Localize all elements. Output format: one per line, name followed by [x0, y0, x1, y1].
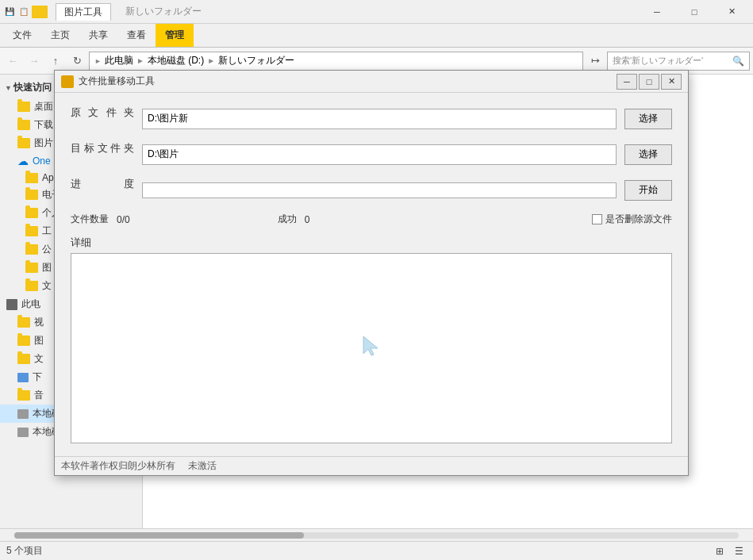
forward-button[interactable]: → — [25, 52, 44, 71]
dest-label: 目标文件夹 — [71, 141, 134, 167]
drive-icon-d — [17, 409, 29, 419]
dialog-close-btn[interactable]: ✕ — [661, 74, 682, 90]
dialog-title-text: 文件批量移动工具 — [79, 75, 617, 88]
save-icon: 📋 — [17, 6, 30, 18]
info-row: 文件数量 0/0 成功 0 是否删除源文件 — [71, 213, 672, 226]
sep1: ► — [136, 56, 144, 65]
title-bar-controls: ─ □ ✕ — [639, 0, 750, 24]
success-value: 0 — [305, 214, 310, 225]
folder-icon-pic3 — [17, 336, 30, 346]
footer-status: 未激活 — [188, 459, 217, 473]
folder-icon-tools — [25, 226, 38, 236]
drive-icon-dl — [17, 373, 29, 382]
source-input[interactable] — [142, 109, 617, 129]
folder-icon-personal — [25, 208, 38, 218]
title-bar: 💾 📋 图片工具 新しいフォルダー ─ □ ✕ — [0, 0, 753, 24]
folder-icon-music — [17, 390, 30, 401]
dialog-footer: 本软件著作权归朗少林所有 未激活 — [55, 456, 688, 475]
path-folder[interactable]: 新しいフォルダー — [218, 54, 294, 67]
status-count: 5 个项目 — [6, 544, 43, 558]
path-disk[interactable]: 本地磁盘 (D:) — [148, 54, 204, 67]
scroll-track[interactable] — [14, 532, 739, 539]
tab-image-tools[interactable]: 图片工具 — [56, 3, 111, 21]
view-buttons: ⊞ ☰ — [712, 543, 747, 559]
tab-file[interactable]: 文件 — [3, 24, 41, 47]
start-button[interactable]: 开始 — [624, 180, 672, 201]
folder-icon-desktop1 — [17, 102, 30, 112]
path-pc[interactable]: 此电脑 — [105, 54, 133, 67]
minimize-button[interactable]: ─ — [639, 0, 675, 24]
dialog-minimize-btn[interactable]: ─ — [617, 74, 637, 90]
folder-icon-app — [25, 173, 38, 183]
refresh-button[interactable]: ↻ — [67, 52, 86, 71]
footer-copyright: 本软件著作权归朗少林所有 — [61, 459, 175, 473]
details-label: 详细 — [71, 236, 672, 250]
search-box[interactable]: 搜索'新しいフォルダー' 🔍 — [607, 52, 750, 71]
dest-input[interactable] — [142, 144, 617, 165]
folder-icon — [32, 6, 48, 18]
tab-folder-name: 新しいフォルダー — [117, 3, 209, 20]
quick-access-arrow: ▼ — [5, 84, 12, 92]
delete-source-checkbox-label[interactable]: 是否删除源文件 — [592, 213, 672, 226]
dialog-maximize-btn[interactable]: □ — [639, 74, 659, 90]
scroll-thumb — [14, 532, 304, 539]
maximize-button[interactable]: □ — [676, 0, 713, 24]
tab-view[interactable]: 查看 — [117, 24, 156, 47]
folder-icon-video — [17, 317, 30, 328]
folder-icon-electronic — [25, 190, 38, 200]
address-path[interactable]: ► 此电脑 ► 本地磁盘 (D:) ► 新しいフォルダー — [89, 52, 583, 71]
dialog-title-icon — [61, 75, 74, 88]
window-icon: 💾 — [3, 6, 16, 18]
dest-select-button[interactable]: 选择 — [624, 144, 672, 165]
success-label: 成功 — [278, 213, 297, 226]
dialog-ctrl-btns: ─ □ ✕ — [617, 74, 682, 90]
title-bar-icons: 💾 📋 — [3, 6, 51, 18]
dialog-body: 原文件夹 选择 目标文件夹 选择 进度 开始 文件数量 0/0 — [55, 93, 688, 456]
pc-icon — [6, 299, 17, 310]
close-button[interactable]: ✕ — [713, 0, 750, 24]
folder-icon-company — [25, 244, 38, 255]
progress-row: 进度 开始 — [71, 177, 672, 203]
progress-track — [142, 182, 617, 198]
file-count-label: 文件数量 — [71, 213, 109, 226]
search-icon[interactable]: 🔍 — [732, 56, 744, 67]
dialog-file-move-tool[interactable]: 文件批量移动工具 ─ □ ✕ 原文件夹 选择 目标文件夹 选择 — [54, 70, 689, 476]
tab-manage[interactable]: 管理 — [156, 24, 194, 47]
cursor-icon — [360, 335, 382, 362]
source-select-button[interactable]: 选择 — [624, 109, 672, 129]
source-label: 原文件夹 — [71, 105, 134, 132]
path-arrow-1: ► — [94, 57, 102, 65]
status-bar: 5 个项目 ⊞ ☰ — [0, 541, 753, 560]
up-button[interactable]: ↑ — [46, 52, 65, 71]
back-button[interactable]: ← — [3, 52, 22, 71]
source-folder-row: 原文件夹 选择 — [71, 105, 672, 132]
svg-marker-0 — [363, 336, 378, 355]
folder-icon-file1 — [25, 281, 38, 291]
file-count-value: 0/0 — [117, 214, 130, 225]
delete-source-label: 是否删除源文件 — [605, 213, 672, 226]
progress-label: 进度 — [71, 177, 134, 203]
view-detail-btn[interactable]: ☰ — [731, 543, 747, 559]
dest-folder-row: 目标文件夹 选择 — [71, 141, 672, 167]
folder-icon-file2 — [17, 354, 30, 364]
folder-icon-pictures1 — [17, 138, 30, 148]
delete-source-checkbox[interactable] — [592, 214, 602, 224]
sep2: ► — [207, 56, 215, 65]
tab-home[interactable]: 主页 — [41, 24, 79, 47]
bottom-scrollbar[interactable] — [0, 528, 753, 541]
view-list-btn[interactable]: ⊞ — [712, 543, 728, 559]
drive-icon-e — [17, 428, 29, 437]
location-btn[interactable]: ↦ — [586, 52, 605, 71]
folder-icon-pic2 — [25, 263, 38, 273]
ribbon: 文件 主页 共享 查看 管理 — [0, 24, 753, 48]
tab-share[interactable]: 共享 — [79, 24, 117, 47]
dialog-title-bar: 文件批量移动工具 ─ □ ✕ — [55, 71, 688, 93]
details-box — [71, 253, 672, 443]
cloud-icon: ☁ — [17, 155, 29, 167]
folder-icon-download1 — [17, 120, 30, 130]
ribbon-tabs: 文件 主页 共享 查看 管理 — [0, 24, 753, 47]
search-placeholder: 搜索'新しいフォルダー' — [613, 55, 703, 67]
details-section: 详细 — [71, 236, 672, 443]
